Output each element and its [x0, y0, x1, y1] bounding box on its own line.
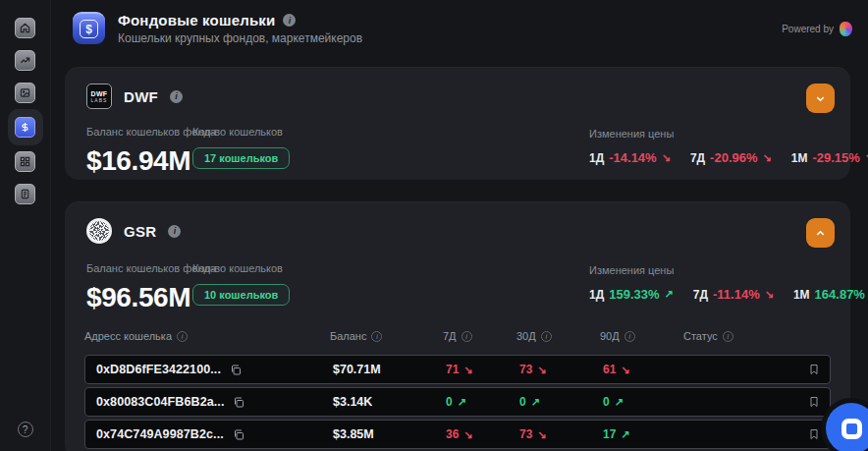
wallet-address[interactable]: 0xD8D6fFE3422100... [96, 363, 221, 376]
info-icon[interactable]: i [541, 331, 552, 342]
table-row[interactable]: 0xD8D6fFE3422100... $70.71M 71↘ 73↘ 61↘ [84, 355, 831, 384]
arrow-up-right-icon: ↗ [615, 396, 624, 409]
sidebar-item-charts[interactable] [8, 44, 43, 77]
gsr-fund-name: GSR [124, 223, 156, 240]
gsr-count-label: Кол-во кошельков [192, 262, 290, 274]
copy-icon[interactable] [230, 364, 242, 376]
wallet-change-7d: 71↘ [446, 363, 519, 376]
gsr-wallets-table: Адресс кошелькаi Балансi 7Дi 30Дi 90Дi С… [84, 323, 831, 451]
col-header-address[interactable]: Адресс кошелькаi [84, 330, 330, 342]
arrow-down-right-icon: ↘ [537, 364, 546, 376]
info-icon[interactable]: i [723, 331, 733, 342]
table-header-row: Адресс кошелькаi Балансi 7Дi 30Дi 90Дi С… [84, 323, 831, 349]
wallet-address[interactable]: 0x80083C04FB6B2a... [96, 395, 224, 409]
dwf-card-head: DWF LABS DWF i [86, 84, 183, 109]
change-number: 36 [446, 427, 459, 441]
dwf-count-label: Кол-во кошельков [192, 126, 290, 138]
dwf-changes-block: Изменения цены 1Д -14.14% ↘ 7Д -20.96% ↘… [589, 128, 868, 165]
home-icon[interactable] [15, 18, 35, 38]
change-number: 0 [519, 395, 526, 409]
dwf-change-1d: 1Д -14.14% ↘ [589, 150, 671, 165]
wallet-address[interactable]: 0x74C749A9987B2c... [96, 427, 224, 441]
change-number: 17 [603, 427, 616, 441]
wallet-balance: $3.85M [333, 427, 446, 441]
change-period: 1М [793, 288, 810, 302]
wallet-change-30d: 73↘ [519, 363, 603, 376]
gsr-change-1m: 1М 164.87% ↗ [793, 287, 868, 302]
dwf-logo-subtext: LABS [91, 98, 108, 103]
copy-icon[interactable] [233, 428, 244, 441]
bookmark-icon[interactable] [808, 427, 820, 441]
col-header-status[interactable]: Статусi [683, 330, 777, 342]
info-icon[interactable]: i [177, 331, 188, 342]
gsr-logo [86, 218, 112, 244]
change-number: 73 [519, 363, 532, 376]
arrow-down-right-icon: ↘ [763, 151, 772, 164]
wallet-change-30d: 0↗ [519, 395, 603, 409]
sidebar-item-funds-active[interactable] [8, 109, 43, 145]
gsr-changes-label: Изменения цены [589, 264, 868, 276]
dwf-wallet-count-badge: 17 кошельков [192, 147, 290, 169]
copy-icon[interactable] [233, 396, 244, 409]
arrow-down-right-icon: ↘ [463, 428, 472, 441]
sidebar-item-reports[interactable] [8, 178, 43, 210]
page-subtitle: Кошельки крупных фондов, маркетмейкеров [118, 31, 362, 45]
powered-by-logo[interactable] [840, 22, 852, 36]
arrow-down-right-icon: ↘ [621, 364, 629, 376]
fund-dollar-icon[interactable] [15, 117, 35, 138]
chat-launcher-button[interactable] [826, 403, 868, 451]
arrow-down-right-icon: ↘ [765, 288, 774, 301]
trending-chart-icon[interactable] [15, 50, 35, 71]
col-header-label: 30Д [516, 330, 536, 342]
change-value: -29.15% [812, 150, 859, 165]
change-value: -14.14% [609, 150, 656, 165]
col-header-90d[interactable]: 90Дi [600, 330, 683, 342]
table-row[interactable]: 0x80083C04FB6B2a... $3.14K 0↗ 0↗ 0↗ [84, 387, 831, 417]
col-header-30d[interactable]: 30Дi [516, 330, 600, 342]
page-header: $ Фондовые кошельки i Кошельки крупных ф… [73, 12, 362, 45]
sidebar-item-screener[interactable] [8, 77, 43, 109]
grid-icon[interactable] [15, 151, 35, 172]
dollar-glyph: $ [80, 20, 98, 38]
info-icon[interactable]: i [371, 331, 382, 342]
wallet-balance: $3.14K [333, 395, 446, 409]
bookmark-icon[interactable] [808, 395, 820, 409]
wallet-change-90d: 0↗ [603, 395, 686, 409]
arrow-up-right-icon: ↗ [531, 396, 540, 409]
change-value: -20.96% [710, 150, 757, 165]
info-icon[interactable]: i [624, 331, 635, 342]
title-info-icon[interactable]: i [283, 14, 296, 27]
wallet-balance: $70.71M [333, 363, 446, 376]
col-header-label: 90Д [600, 330, 620, 342]
table-row[interactable]: 0x74C749A9987B2c... $3.85M 36↘ 73↘ 17↗ [84, 420, 831, 449]
sidebar-item-portfolio[interactable] [8, 145, 43, 178]
bookmark-icon[interactable] [808, 363, 820, 376]
documents-icon[interactable] [15, 184, 35, 204]
change-period: 1Д [589, 151, 604, 165]
screener-icon[interactable] [15, 83, 35, 103]
dwf-info-icon[interactable]: i [170, 90, 183, 103]
fund-card-gsr: GSR i Баланс кошельков фонда $96.56M Кол… [65, 201, 850, 451]
change-value: 164.87% [815, 287, 865, 302]
sidebar: ? [0, 0, 51, 451]
arrow-up-right-icon: ↗ [665, 288, 674, 301]
dwf-logo-text: DWF [91, 90, 108, 97]
help-icon[interactable]: ? [18, 422, 33, 437]
change-period: 1М [791, 151, 808, 165]
change-value: 159.33% [609, 287, 659, 302]
gsr-collapse-button[interactable] [806, 218, 835, 248]
gsr-change-7d: 7Д -11.14% ↘ [693, 287, 774, 302]
page-header-text: Фондовые кошельки i Кошельки крупных фон… [118, 12, 362, 45]
chevron-up-icon [815, 228, 826, 239]
info-icon[interactable]: i [461, 331, 472, 342]
col-header-7d[interactable]: 7Дi [443, 330, 516, 342]
gsr-info-icon[interactable]: i [168, 225, 181, 238]
gsr-count-block: Кол-во кошельков 10 кошельков [192, 262, 290, 306]
col-header-balance[interactable]: Балансi [330, 330, 443, 342]
arrow-down-right-icon: ↘ [537, 428, 546, 441]
page-title: Фондовые кошельки [118, 12, 275, 28]
arrow-up-right-icon: ↗ [458, 396, 466, 409]
sidebar-item-home[interactable] [8, 12, 43, 44]
dwf-expand-button[interactable] [806, 84, 835, 113]
arrow-down-right-icon: ↘ [463, 364, 472, 376]
